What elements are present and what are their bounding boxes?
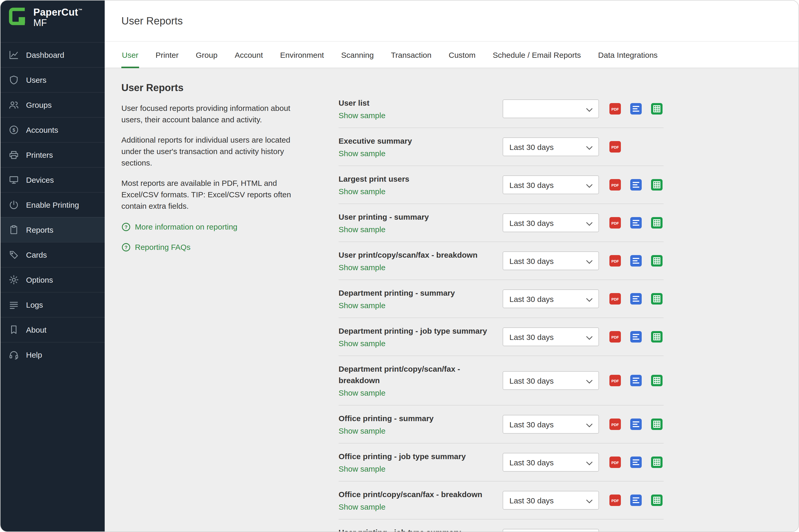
pdf-format-icon[interactable]: PDF [609, 179, 621, 191]
html-format-icon[interactable] [630, 375, 642, 386]
pdf-format-icon[interactable]: PDF [609, 255, 621, 267]
tab-group[interactable]: Group [195, 42, 218, 68]
sidebar-item-printers[interactable]: Printers [1, 142, 105, 167]
html-format-icon[interactable] [630, 217, 642, 229]
pdf-format-icon[interactable]: PDF [609, 141, 621, 153]
tab-data-integrations[interactable]: Data Integrations [598, 42, 658, 68]
format-icons: PDF [609, 495, 664, 506]
tab-printer[interactable]: Printer [155, 42, 179, 68]
period-select[interactable]: Last 30 days [503, 453, 599, 472]
reporting-faqs-link[interactable]: ? Reporting FAQs [122, 242, 298, 253]
show-sample-link[interactable]: Show sample [338, 501, 386, 512]
report-info: Department printing - job type summarySh… [338, 325, 503, 348]
excel-format-icon[interactable] [651, 331, 663, 343]
devices-icon [8, 174, 19, 186]
excel-format-icon[interactable] [651, 255, 663, 267]
sidebar-item-accounts[interactable]: Accounts [1, 117, 105, 142]
show-sample-link[interactable]: Show sample [338, 387, 386, 398]
svg-text:PDF: PDF [612, 221, 619, 225]
period-select[interactable]: Last 30 days [503, 529, 599, 531]
show-sample-link[interactable]: Show sample [338, 300, 386, 310]
html-format-icon[interactable] [630, 255, 642, 267]
html-format-icon[interactable] [630, 495, 642, 506]
sidebar-item-reports[interactable]: Reports [1, 217, 105, 242]
cards-icon [8, 249, 19, 261]
html-format-icon[interactable] [630, 179, 642, 191]
pdf-format-icon[interactable]: PDF [609, 375, 621, 386]
more-information-link[interactable]: ? More information on reporting [122, 222, 298, 232]
period-select[interactable]: Last 30 days [503, 137, 599, 156]
period-select[interactable] [503, 99, 599, 118]
period-select[interactable]: Last 30 days [503, 491, 599, 510]
period-select[interactable]: Last 30 days [503, 251, 599, 270]
show-sample-link[interactable]: Show sample [338, 425, 386, 436]
excel-format-icon[interactable] [651, 375, 663, 386]
period-select[interactable]: Last 30 days [503, 415, 599, 434]
html-format-icon[interactable] [630, 331, 642, 343]
period-select[interactable]: Last 30 days [503, 213, 599, 232]
tab-custom[interactable]: Custom [448, 42, 476, 68]
period-select[interactable]: Last 30 days [503, 289, 599, 308]
tab-user[interactable]: User [122, 42, 139, 68]
excel-format-icon[interactable] [651, 179, 663, 191]
sidebar-item-devices[interactable]: Devices [1, 167, 105, 192]
format-icons: PDF [609, 331, 664, 343]
tab-account[interactable]: Account [234, 42, 263, 68]
report-name: Largest print users [338, 173, 499, 185]
show-sample-link[interactable]: Show sample [338, 262, 386, 272]
report-info: Office print/copy/scan/fax - breakdownSh… [338, 489, 503, 512]
pdf-format-icon[interactable]: PDF [609, 103, 621, 115]
excel-format-icon[interactable] [651, 495, 663, 506]
excel-format-icon[interactable] [651, 457, 663, 468]
format-icons: PDF [609, 255, 664, 267]
chevron-down-icon [586, 218, 593, 227]
html-format-icon[interactable] [630, 419, 642, 430]
sidebar-item-label: Users [26, 75, 47, 84]
sidebar-item-logs[interactable]: Logs [1, 292, 105, 317]
sidebar-item-users[interactable]: Users [1, 67, 105, 92]
sidebar-item-options[interactable]: Options [1, 267, 105, 292]
html-format-icon[interactable] [630, 457, 642, 468]
report-name: Office printing - job type summary [338, 451, 499, 462]
sidebar-item-groups[interactable]: Groups [1, 92, 105, 117]
pdf-format-icon[interactable]: PDF [609, 419, 621, 430]
chevron-down-icon [586, 420, 593, 429]
format-icons: PDF [609, 179, 664, 191]
pdf-format-icon[interactable]: PDF [609, 217, 621, 229]
tab-scanning[interactable]: Scanning [341, 42, 374, 68]
show-sample-link[interactable]: Show sample [338, 148, 386, 158]
pdf-format-icon[interactable]: PDF [609, 331, 621, 343]
intro-paragraph-3: Most reports are available in PDF, HTML … [122, 177, 298, 212]
chevron-down-icon [586, 332, 593, 341]
period-select[interactable]: Last 30 days [503, 371, 599, 390]
show-sample-link[interactable]: Show sample [338, 338, 386, 348]
sidebar-item-label: Logs [26, 300, 43, 309]
show-sample-link[interactable]: Show sample [338, 110, 386, 120]
report-row: Department printing - job type summarySh… [338, 318, 664, 356]
tab-schedule-email-reports[interactable]: Schedule / Email Reports [492, 42, 581, 68]
pdf-format-icon[interactable]: PDF [609, 293, 621, 305]
show-sample-link[interactable]: Show sample [338, 186, 386, 196]
period-select-value: Last 30 days [509, 458, 554, 467]
sidebar-item-enable-printing[interactable]: Enable Printing [1, 192, 105, 217]
sidebar-item-cards[interactable]: Cards [1, 242, 105, 267]
tab-transaction[interactable]: Transaction [390, 42, 432, 68]
excel-format-icon[interactable] [651, 419, 663, 430]
svg-text:PDF: PDF [612, 499, 619, 503]
pdf-format-icon[interactable]: PDF [609, 495, 621, 506]
excel-format-icon[interactable] [651, 293, 663, 305]
excel-format-icon[interactable] [651, 217, 663, 229]
excel-format-icon[interactable] [651, 103, 663, 115]
report-row: Executive summaryShow sampleLast 30 days… [338, 128, 664, 166]
sidebar-item-help[interactable]: Help [1, 342, 105, 367]
sidebar-item-dashboard[interactable]: Dashboard [1, 42, 105, 67]
sidebar-item-about[interactable]: About [1, 317, 105, 342]
html-format-icon[interactable] [630, 293, 642, 305]
tab-environment[interactable]: Environment [280, 42, 324, 68]
period-select[interactable]: Last 30 days [503, 327, 599, 346]
show-sample-link[interactable]: Show sample [338, 224, 386, 234]
html-format-icon[interactable] [630, 103, 642, 115]
period-select[interactable]: Last 30 days [503, 175, 599, 194]
pdf-format-icon[interactable]: PDF [609, 457, 621, 468]
show-sample-link[interactable]: Show sample [338, 463, 386, 474]
